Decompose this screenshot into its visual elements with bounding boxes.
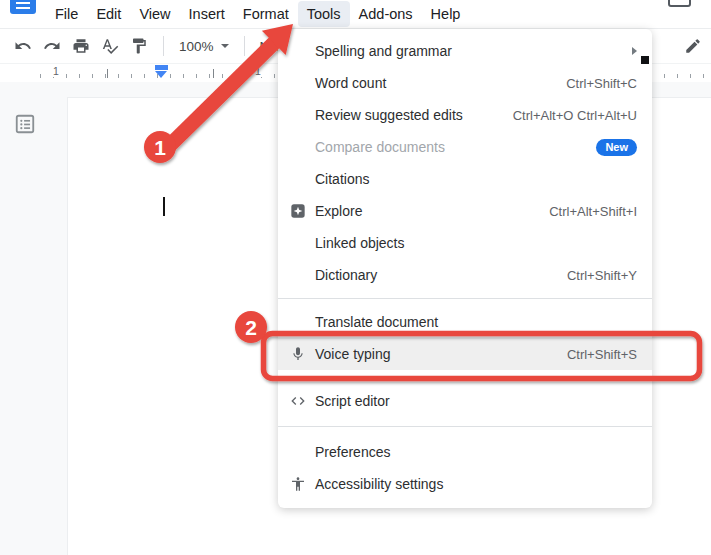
menu-item-label: Voice typing <box>315 346 567 362</box>
ruler-major-tick <box>213 69 214 78</box>
menu-item-shortcut: Ctrl+Shift+S <box>567 347 637 362</box>
new-badge: New <box>596 139 637 156</box>
menu-item-script-editor[interactable]: Script editor <box>278 385 652 417</box>
ruler-major-tick <box>107 69 108 78</box>
menu-item-explore[interactable]: ExploreCtrl+Alt+Shift+I <box>278 195 652 227</box>
paint-format-icon[interactable] <box>130 37 148 55</box>
menu-item-translate-document[interactable]: Translate document <box>278 306 652 338</box>
zoom-select[interactable]: 100% <box>179 39 229 54</box>
menu-item-label: Linked objects <box>315 235 637 251</box>
menu-item-icon-slot <box>290 234 315 252</box>
screenshot-artifact <box>641 56 649 64</box>
text-cursor <box>163 197 165 216</box>
menu-item-label: Dictionary <box>315 267 567 283</box>
menu-item-shortcut: Ctrl+Alt+Shift+I <box>549 204 637 219</box>
chevron-down-icon <box>221 44 229 48</box>
document-outline-icon[interactable] <box>14 113 36 135</box>
menubar-item-add-ons[interactable]: Add-ons <box>350 1 422 27</box>
menubar-item-edit[interactable]: Edit <box>87 1 130 27</box>
google-docs-logo-icon[interactable] <box>10 0 36 14</box>
menu-item-label: Translate document <box>315 314 637 330</box>
menubar-item-file[interactable]: File <box>46 1 87 27</box>
menubar-item-format[interactable]: Format <box>234 1 298 27</box>
menu-item-label: Preferences <box>315 444 637 460</box>
menu-item-shortcut: Ctrl+Shift+Y <box>567 268 637 283</box>
indent-marker[interactable] <box>155 65 168 78</box>
print-icon[interactable] <box>72 37 90 55</box>
spellcheck-icon[interactable] <box>101 37 119 55</box>
menu-item-dictionary[interactable]: DictionaryCtrl+Shift+Y <box>278 259 652 291</box>
menu-item-compare-documents[interactable]: Compare documentsNew <box>278 131 652 163</box>
edit-pencil-icon[interactable] <box>684 37 702 55</box>
menu-item-label: Review suggested edits <box>315 107 513 123</box>
menu-divider <box>278 298 652 299</box>
menu-item-spelling-and-grammar[interactable]: Spelling and grammar <box>278 35 652 67</box>
menu-item-label: Accessibility settings <box>315 476 637 492</box>
toolbar-divider <box>163 36 164 56</box>
menu-item-icon-slot <box>290 42 315 60</box>
menu-item-label: Citations <box>315 171 637 187</box>
menu-item-accessibility-settings[interactable]: Accessibility settings <box>278 468 652 500</box>
menu-spacer <box>278 370 652 385</box>
submenu-arrow-icon <box>632 47 637 55</box>
menu-item-icon-slot <box>290 266 315 284</box>
menu-item-word-count[interactable]: Word countCtrl+Shift+C <box>278 67 652 99</box>
menu-item-label: Explore <box>315 203 549 219</box>
menu-item-icon-slot <box>290 74 315 92</box>
code-icon <box>290 392 315 410</box>
menu-item-linked-objects[interactable]: Linked objects <box>278 227 652 259</box>
menu-item-review-suggested-edits[interactable]: Review suggested editsCtrl+Alt+O Ctrl+Al… <box>278 99 652 131</box>
redo-icon[interactable] <box>43 37 61 55</box>
menubar-item-tools[interactable]: Tools <box>298 1 350 27</box>
mic-icon <box>290 345 315 363</box>
ruler-number: 1 <box>50 65 62 77</box>
menu-item-icon-slot <box>290 313 315 331</box>
menubar-items: FileEditViewInsertFormatToolsAdd-onsHelp <box>46 1 469 27</box>
undo-icon[interactable] <box>14 37 32 55</box>
menubar-item-view[interactable]: View <box>130 1 179 27</box>
comment-icon[interactable] <box>668 0 691 7</box>
menu-item-shortcut: Ctrl+Shift+C <box>566 76 637 91</box>
menu-item-label: Script editor <box>315 393 637 409</box>
menu-item-citations[interactable]: Citations <box>278 163 652 195</box>
menu-item-icon-slot <box>290 170 315 188</box>
menubar-item-insert[interactable]: Insert <box>180 1 234 27</box>
explore-icon <box>290 202 315 220</box>
menu-item-icon-slot <box>290 106 315 124</box>
menu-item-icon-slot <box>290 138 315 156</box>
menu-bar: FileEditViewInsertFormatToolsAdd-onsHelp <box>0 0 711 29</box>
ruler-number: 1 <box>252 65 264 77</box>
tools-dropdown-menu: Spelling and grammarWord countCtrl+Shift… <box>278 29 652 508</box>
menu-divider <box>278 426 652 427</box>
menu-item-shortcut: Ctrl+Alt+O Ctrl+Alt+U <box>513 108 637 123</box>
menu-item-label: Word count <box>315 75 566 91</box>
toolbar-divider <box>244 36 245 56</box>
menu-item-preferences[interactable]: Preferences <box>278 436 652 468</box>
menu-item-label: Spelling and grammar <box>315 43 632 59</box>
accessibility-icon <box>290 475 315 493</box>
menubar-item-help[interactable]: Help <box>422 1 470 27</box>
menu-item-icon-slot <box>290 443 315 461</box>
menu-item-voice-typing[interactable]: Voice typingCtrl+Shift+S <box>278 338 652 370</box>
menu-item-label: Compare documents <box>315 139 596 155</box>
